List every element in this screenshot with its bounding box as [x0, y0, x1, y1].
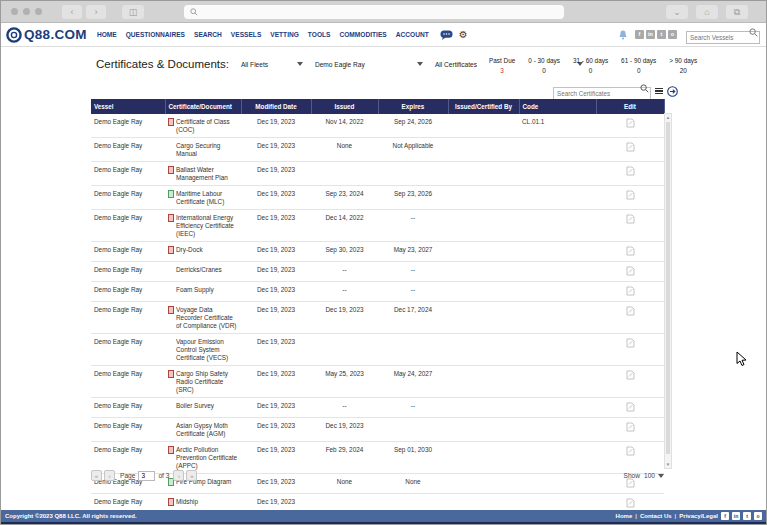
tabs-overview-icon[interactable]: ⧉ [726, 5, 748, 19]
table-row[interactable]: Demo Eagle Ray Dry-Dock Dec 19, 2023 Sep… [91, 242, 664, 262]
certificate-name[interactable]: Cargo Ship Safety Radio Certificate (SRC… [176, 370, 238, 394]
close-window-icon[interactable] [11, 8, 18, 15]
certificate-name[interactable]: International Energy Efficiency Certific… [176, 214, 238, 238]
edit-icon[interactable] [626, 166, 635, 176]
nav-search[interactable]: SEARCH [194, 31, 222, 38]
footer-link-home[interactable]: Home [616, 513, 633, 519]
footer-link-contact-us[interactable]: Contact Us [640, 513, 672, 519]
certificate-name[interactable]: Midship [176, 498, 198, 506]
certificate-name[interactable]: Cargo Securing Manual [176, 142, 238, 158]
instagram-icon[interactable]: o [754, 512, 762, 520]
table-row[interactable]: Demo Eagle Ray Ballast Water Management … [91, 162, 664, 186]
stat-value[interactable]: 0 [573, 67, 608, 74]
table-scrollbar[interactable]: ▲ ▼ [664, 113, 672, 469]
table-row[interactable]: Demo Eagle Ray Vapour Emission Control S… [91, 334, 664, 366]
table-row[interactable]: Demo Eagle Ray Arctic Pollution Preventi… [91, 442, 664, 474]
window-controls[interactable] [11, 8, 42, 15]
stat-value[interactable]: 3 [489, 67, 515, 74]
table-row[interactable]: Demo Eagle Ray Voyage Data Recorder Cert… [91, 302, 664, 334]
certificate-name[interactable]: Ballast Water Management Plan [176, 166, 238, 182]
table-row[interactable]: Demo Eagle Ray Asian Gypsy Moth Certific… [91, 418, 664, 442]
facebook-icon[interactable]: f [635, 30, 644, 39]
twitter-icon[interactable]: t [743, 512, 751, 520]
scroll-up-icon[interactable]: ▲ [665, 115, 671, 120]
edit-icon[interactable] [626, 338, 635, 348]
table-row[interactable]: Demo Eagle Ray Derricks/Cranes Dec 19, 2… [91, 262, 664, 282]
nav-home[interactable]: HOME [97, 31, 117, 38]
certificate-name[interactable]: Voyage Data Recorder Certificate of Comp… [176, 306, 238, 330]
column-header-4[interactable]: Expires [378, 99, 448, 114]
facebook-icon[interactable]: f [721, 512, 729, 520]
table-row[interactable]: Demo Eagle Ray Maritime Labour Certifica… [91, 186, 664, 210]
fleet-select[interactable]: All Fleets [241, 61, 303, 68]
edit-icon[interactable] [626, 446, 635, 456]
chat-icon[interactable] [440, 30, 453, 40]
column-header-5[interactable]: Issued/Certified By [448, 99, 519, 114]
column-header-0[interactable]: Vessel [91, 99, 165, 114]
edit-icon[interactable] [626, 214, 635, 224]
edit-icon[interactable] [626, 422, 635, 432]
column-header-1[interactable]: Certificate/Document [165, 99, 241, 114]
notification-bell-icon[interactable] [619, 30, 627, 40]
maximize-window-icon[interactable] [35, 8, 42, 15]
certificate-name[interactable]: Derricks/Cranes [176, 266, 222, 274]
certificate-name[interactable]: Arctic Pollution Prevention Certificate … [176, 446, 238, 470]
edit-icon[interactable] [626, 266, 635, 276]
certificate-name[interactable]: Vapour Emission Control System Certifica… [176, 338, 238, 362]
certificate-name[interactable]: Dry-Dock [176, 246, 203, 254]
table-row[interactable]: Demo Eagle Ray Boiler Survey Dec 19, 202… [91, 398, 664, 418]
nav-commodities[interactable]: COMMODITIES [339, 31, 386, 38]
edit-icon[interactable] [626, 402, 635, 412]
twitter-icon[interactable]: t [657, 30, 666, 39]
column-header-7[interactable]: Edit [596, 99, 664, 114]
back-button[interactable]: ‹ [62, 5, 82, 19]
edit-icon[interactable] [626, 118, 635, 128]
footer-link-privacy-legal[interactable]: Privacy/Legal [679, 513, 718, 519]
edit-icon[interactable] [626, 498, 635, 508]
linkedin-icon[interactable]: in [732, 512, 740, 520]
q88-logo[interactable]: Q88.COM [6, 27, 87, 43]
table-row[interactable]: Demo Eagle Ray Foam Supply Dec 19, 2023 … [91, 282, 664, 302]
sidebar-toggle-icon[interactable]: ◫ [122, 5, 144, 19]
table-row[interactable]: Demo Eagle Ray International Energy Effi… [91, 210, 664, 242]
last-page-button[interactable]: » [186, 470, 197, 481]
linkedin-icon[interactable]: in [646, 30, 655, 39]
edit-icon[interactable] [626, 142, 635, 152]
list-options-icon[interactable] [655, 88, 663, 95]
next-page-button[interactable]: › [173, 470, 184, 481]
share-icon[interactable]: ⌂ [696, 5, 718, 19]
scroll-down-icon[interactable]: ▼ [665, 462, 671, 467]
edit-icon[interactable] [626, 190, 635, 200]
certificate-name[interactable]: Boiler Survey [176, 402, 214, 410]
edit-icon[interactable] [626, 286, 635, 296]
page-size-select[interactable]: 100 [644, 472, 664, 479]
prev-page-button[interactable]: ‹ [104, 470, 115, 481]
stat-value[interactable]: 0 [621, 67, 656, 74]
settings-gear-icon[interactable]: ⚙ [459, 30, 468, 40]
nav-account[interactable]: ACCOUNT [396, 31, 429, 38]
edit-icon[interactable] [626, 246, 635, 256]
nav-tools[interactable]: TOOLS [308, 31, 331, 38]
downloads-icon[interactable]: ⌄ [666, 5, 688, 19]
first-page-button[interactable]: « [91, 470, 102, 481]
certificate-name[interactable]: Certificate of Class (COC) [176, 118, 238, 134]
table-row[interactable]: Demo Eagle Ray Cargo Ship Safety Radio C… [91, 366, 664, 398]
minimize-window-icon[interactable] [23, 8, 30, 15]
vessel-select[interactable]: Demo Eagle Ray [315, 61, 423, 68]
instagram-icon[interactable]: o [668, 30, 677, 39]
nav-questionnaires[interactable]: QUESTIONNAIRES [126, 31, 185, 38]
nav-vessels[interactable]: VESSELS [231, 31, 261, 38]
certificate-name[interactable]: Foam Supply [176, 286, 214, 294]
stat-value[interactable]: 20 [669, 67, 697, 74]
stat-value[interactable]: 0 [528, 67, 560, 74]
table-row[interactable]: Demo Eagle Ray Certificate of Class (COC… [91, 114, 664, 138]
column-header-6[interactable]: Code [519, 99, 596, 114]
edit-icon[interactable] [626, 306, 635, 316]
edit-icon[interactable] [626, 370, 635, 380]
address-bar[interactable] [184, 5, 564, 19]
column-header-3[interactable]: Issued [311, 99, 378, 114]
table-row[interactable]: Demo Eagle Ray Cargo Securing Manual Dec… [91, 138, 664, 162]
column-header-2[interactable]: Modified Date [241, 99, 311, 114]
certificate-name[interactable]: Maritime Labour Certificate (MLC) [176, 190, 238, 206]
nav-vetting[interactable]: VETTING [270, 31, 299, 38]
